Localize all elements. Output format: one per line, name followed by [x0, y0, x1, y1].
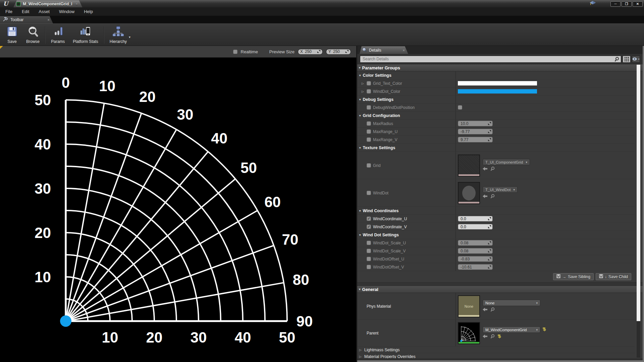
winddotoffset-v-field[interactable]: -10.61 [458, 264, 493, 270]
property-matrix-button[interactable] [623, 56, 631, 63]
windcoordinate-v-checkbox[interactable]: ✓ [367, 225, 371, 229]
section-header-color-settings[interactable]: ▾Color Settings [357, 71, 635, 79]
spinner-icon[interactable] [488, 137, 491, 142]
platform-stats-button[interactable]: Platform Stats [69, 25, 102, 45]
spinner-icon[interactable] [488, 265, 491, 269]
spinner-icon[interactable] [488, 121, 491, 126]
winddot-scale-u-field-value[interactable]: 0.08 [461, 241, 488, 245]
maxrange-u-field[interactable]: -9.77 [458, 129, 493, 134]
spinner-icon[interactable] [488, 241, 491, 245]
windcoordinate-u-field-value[interactable]: 0.0 [461, 217, 488, 221]
document-tab-close-icon[interactable]: × [75, 2, 77, 6]
use-selected-icon[interactable] [483, 308, 488, 312]
t-ui-winddot-dropdown[interactable]: T_UI_WindDot▾ [483, 186, 518, 193]
y-value[interactable]: 250 [333, 49, 343, 54]
windcoordinate-u-checkbox[interactable]: ✓ [367, 217, 371, 221]
section-header-wind-coordinates[interactable]: ▾Wind Coordinates [357, 207, 635, 215]
spinner-icon[interactable] [488, 225, 491, 229]
windcoordinate-u-field[interactable]: 0.0 [458, 216, 493, 222]
winddot-checkbox[interactable] [367, 191, 371, 195]
asset-thumbnail[interactable] [458, 322, 480, 344]
t-ui-componentgrid-dropdown[interactable]: T_UI_ComponentGrid▾ [483, 159, 530, 165]
material-preview-viewport[interactable]: 504030201010203040500102030405060708090 [0, 58, 356, 362]
toolbar-tab[interactable]: Toolbar × [0, 16, 53, 23]
m-windcomponentgrid-dropdown[interactable]: M_WindComponentGrid▾ [483, 326, 540, 333]
view-options-button[interactable]: ▾ [632, 56, 640, 63]
asset-thumbnail[interactable]: None [458, 295, 480, 317]
none-dropdown[interactable]: None▾ [483, 300, 540, 306]
section-header-debug-settings[interactable]: ▾Debug Settings [357, 96, 635, 104]
maxradius-field[interactable]: 10.0 [458, 121, 493, 126]
menu-asset[interactable]: Asset [35, 8, 53, 15]
browse-to-asset-icon[interactable] [490, 167, 495, 172]
use-selected-icon[interactable] [483, 335, 488, 339]
collapsed-section-material-property-overrides[interactable]: ▷Material Property Overrides [357, 353, 635, 358]
grid-checkbox[interactable] [367, 163, 371, 168]
collapsed-section-lightmass-settings[interactable]: ▷Lightmass Settings [357, 347, 635, 353]
save-sibling-button[interactable]: →Save Sibling [553, 273, 594, 280]
details-scrollbar-thumb[interactable] [637, 65, 640, 321]
winddot-scale-v-checkbox[interactable] [367, 249, 371, 253]
menu-window[interactable]: Window [56, 8, 78, 15]
maxrange-v-field[interactable]: 9.77 [458, 137, 493, 142]
browse-to-asset-icon[interactable] [490, 307, 495, 313]
section-header-grid-configuration[interactable]: ▾Grid Configuration [357, 112, 635, 120]
reset-to-default-icon[interactable] [542, 327, 546, 332]
details-scrollbar[interactable] [637, 65, 640, 358]
winddot-scale-u-checkbox[interactable] [367, 241, 371, 245]
expand-arrow-icon[interactable]: ▷ [362, 82, 365, 85]
details-tab[interactable]: i Details × [360, 46, 408, 54]
maxradius-checkbox[interactable] [367, 121, 371, 126]
winddotoffset-u-checkbox[interactable] [367, 257, 371, 261]
winddotoffset-v-checkbox[interactable] [367, 265, 371, 269]
debugwinddotposition-value-checkbox[interactable] [458, 105, 462, 110]
winddot-scale-v-field-value[interactable]: 0.08 [461, 249, 488, 253]
winddotoffset-u-field[interactable]: -0.83 [458, 256, 493, 262]
spinner-icon[interactable] [488, 217, 491, 221]
details-tab-close-icon[interactable]: × [403, 48, 405, 52]
section-header-wind-dot-settings[interactable]: ▾Wind Dot Settings [357, 231, 635, 239]
spinner-icon[interactable] [317, 49, 320, 54]
asset-thumbnail[interactable] [458, 155, 480, 177]
winddot-color-swatch[interactable] [458, 89, 537, 94]
winddot-color-checkbox[interactable] [367, 89, 371, 94]
grid-text-color-checkbox[interactable] [367, 81, 371, 85]
winddotoffset-v-field-value[interactable]: -10.61 [461, 265, 488, 269]
maxrange-u-checkbox[interactable] [367, 129, 371, 134]
winddotoffset-u-field-value[interactable]: -0.83 [461, 257, 488, 261]
realtime-checkbox[interactable] [233, 50, 237, 54]
close-button[interactable]: ✕ [633, 1, 643, 7]
maxrange-v-field-value[interactable]: 9.77 [461, 137, 488, 142]
save-child-button[interactable]: ↓Save Child [596, 273, 631, 280]
search-box[interactable] [360, 56, 621, 63]
maxrange-u-field-value[interactable]: -9.77 [461, 129, 488, 134]
document-tab[interactable]: M_WindComponentGrid_I × [13, 0, 83, 7]
hierarchy-button[interactable]: Hierarchy [106, 25, 131, 45]
preview-size-x-field[interactable]: X 250 [298, 49, 323, 55]
section-header-texture-settings[interactable]: ▾Texture Settings [357, 144, 635, 152]
windcoordinate-v-field[interactable]: 0.0 [458, 224, 493, 230]
chevron-down-icon[interactable]: ▾ [129, 31, 130, 39]
asset-thumbnail[interactable] [458, 182, 480, 204]
expand-arrow-icon[interactable]: ▷ [359, 355, 362, 358]
maxradius-field-value[interactable]: 10.0 [461, 121, 488, 126]
minimize-button[interactable]: ─ [610, 1, 621, 7]
menu-help[interactable]: Help [80, 8, 96, 15]
parameter-groups-header[interactable]: ▾Parameter Groups [357, 64, 643, 71]
browse-to-asset-icon[interactable] [490, 334, 495, 340]
save-button[interactable]: Save [2, 25, 22, 45]
expand-arrow-icon[interactable]: ▷ [362, 90, 365, 93]
general-header[interactable]: ▾General [357, 286, 643, 293]
params-button[interactable]: Params [47, 25, 69, 45]
restore-button[interactable]: ❐ [622, 1, 632, 7]
x-value[interactable]: 250 [305, 49, 315, 54]
windcoordinate-v-field-value[interactable]: 0.0 [461, 225, 488, 229]
spinner-icon[interactable] [488, 129, 491, 134]
winddot-scale-u-field[interactable]: 0.08 [458, 240, 493, 246]
toolbar-tab-close-icon[interactable]: × [48, 18, 50, 22]
debugwinddotposition-checkbox[interactable] [367, 105, 371, 110]
spinner-icon[interactable] [488, 249, 491, 253]
expand-arrow-icon[interactable]: ▷ [359, 348, 362, 352]
browse-to-asset-icon[interactable] [490, 194, 495, 199]
maxrange-v-checkbox[interactable] [367, 137, 371, 142]
